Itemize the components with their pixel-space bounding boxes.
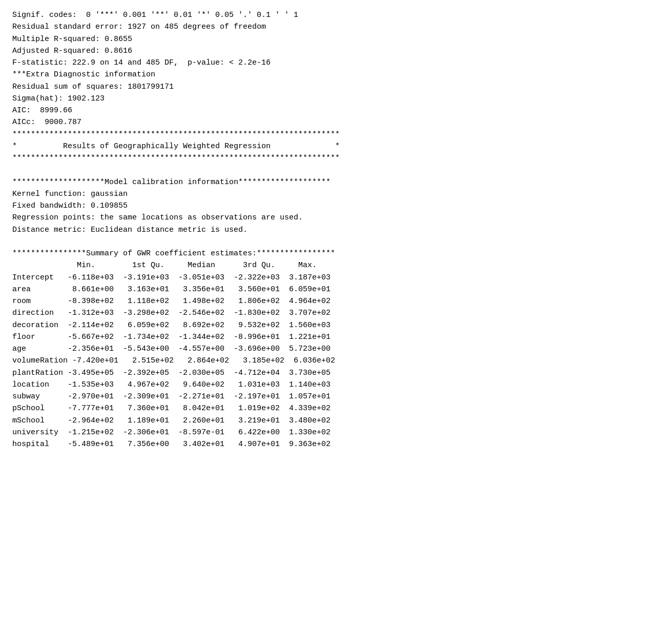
output-text: Signif. codes: 0 '***' 0.001 '**' 0.01 '… — [12, 9, 647, 450]
output-container: Signif. codes: 0 '***' 0.001 '**' 0.01 '… — [12, 9, 647, 450]
